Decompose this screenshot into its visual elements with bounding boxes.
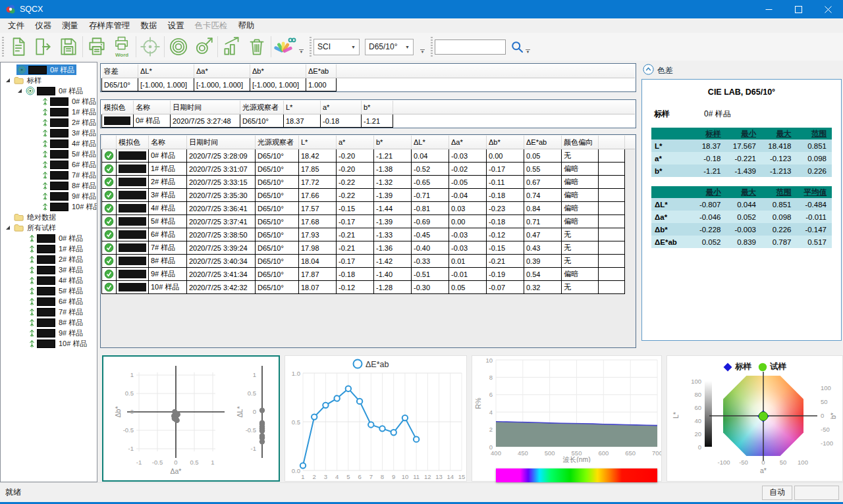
tree-item-11[interactable]: 8# 样品	[1, 180, 97, 191]
tree-item-26[interactable]: 10# 样品	[1, 338, 97, 349]
tree-item-24[interactable]: 8# 样品	[1, 317, 97, 328]
standard-row[interactable]: 0# 样品2020/7/25 3:27:48D65/10°18.37-0.18-…	[102, 114, 636, 128]
column-header[interactable]: 名称	[149, 136, 187, 149]
print-button[interactable]	[84, 34, 109, 59]
print-word-button[interactable]: Word	[109, 34, 134, 59]
delete-button[interactable]	[244, 34, 269, 59]
menu-item-file[interactable]: 文件	[3, 19, 30, 33]
toolbar-grip[interactable]	[310, 37, 312, 57]
measure-standard-button[interactable]	[166, 34, 191, 59]
tree-item-19[interactable]: 3# 样品	[1, 265, 97, 275]
tree-item-4[interactable]: 1# 样品	[1, 107, 97, 117]
tree-item-21[interactable]: 5# 样品	[1, 286, 97, 296]
sample-row-0[interactable]: 0# 样品2020/7/25 3:28:09D65/10°18.42-0.20-…	[102, 149, 636, 163]
menu-item-sample-library[interactable]: 存样库管理	[84, 19, 136, 33]
sample-row-7[interactable]: 7# 样品2020/7/25 3:39:24D65/10°17.98-0.21-…	[102, 241, 636, 255]
chart-deltae-trend-panel[interactable]: 1234567891011121314150.00.51.0ΔE*ab	[285, 355, 467, 482]
sample-cell: 偏暗	[562, 202, 599, 215]
save-button[interactable]	[56, 34, 81, 59]
tree-item-22[interactable]: 6# 样品	[1, 296, 97, 307]
menu-item-instrument[interactable]: 仪器	[30, 19, 57, 33]
tree-item-5[interactable]: 2# 样品	[1, 117, 97, 128]
tree-item-15[interactable]: 所有试样	[1, 222, 97, 233]
tree-item-2[interactable]: 0# 样品	[1, 86, 97, 96]
menu-item-measure[interactable]: 测量	[57, 19, 84, 33]
sample-row-2[interactable]: 2# 样品2020/7/25 3:33:15D65/10°17.72-0.22-…	[102, 176, 636, 189]
chart-reflectance-panel[interactable]: 0246810400450500550600650700R%波长(nm)	[472, 355, 662, 482]
menu-item-settings[interactable]: 设置	[163, 19, 190, 33]
menu-item-help[interactable]: 帮助	[233, 19, 260, 33]
tree-item-20[interactable]: 4# 样品	[1, 275, 97, 286]
column-header[interactable]: L*	[299, 136, 337, 149]
sample-cell: 17.66	[299, 189, 337, 202]
sample-row-4[interactable]: 4# 样品2020/7/25 3:36:41D65/10°17.57-0.15-…	[102, 202, 636, 215]
column-header[interactable]: ΔE*ab	[524, 136, 562, 149]
tree-item-0[interactable]: 0# 样品	[1, 64, 97, 75]
auto-mode-button[interactable]: 自动	[762, 486, 792, 500]
sample-row-9[interactable]: 9# 样品2020/7/25 3:41:34D65/10°17.87-0.18-…	[102, 268, 636, 281]
sample-row-10[interactable]: 10# 样品2020/7/25 3:42:32D65/10°18.07-0.12…	[102, 281, 636, 294]
chart-lab-gamut-panel[interactable]: 标样试样100806040200L*-100-50050100a*100500-…	[666, 355, 843, 482]
chart-scatter-panel[interactable]: -1-0.500.5110.50-0.5-1Δa*Δb*10.50-0.5-1Δ…	[102, 355, 280, 482]
export-button[interactable]	[31, 34, 56, 59]
toolbar-grip[interactable]	[2, 37, 4, 57]
measure-sample-button[interactable]	[191, 34, 216, 59]
maximize-button[interactable]	[784, 0, 813, 18]
minimize-button[interactable]	[754, 0, 784, 18]
expander-icon[interactable]	[5, 224, 11, 231]
sci-mode-select[interactable]: SCI▼	[313, 39, 360, 55]
column-header[interactable]: ΔL*	[412, 136, 449, 149]
tree-item-17[interactable]: 1# 样品	[1, 243, 97, 254]
column-header[interactable]: b*	[374, 136, 412, 149]
column-header[interactable]: 日期时间	[187, 136, 256, 149]
tree-item-12[interactable]: 9# 样品	[1, 191, 97, 201]
sample-tree: 0# 样品标样0# 样品0# 样品1# 样品2# 样品3# 样品4# 样品5# …	[0, 62, 97, 482]
column-header[interactable]: a*	[337, 136, 374, 149]
tree-item-14[interactable]: 绝对数据	[1, 212, 97, 222]
toolbar-grip[interactable]	[431, 37, 433, 57]
tree-item-3[interactable]: 0# 样品	[1, 96, 97, 107]
tree-item-18[interactable]: 2# 样品	[1, 254, 97, 265]
tree-item-13[interactable]: 10# 样品	[1, 201, 97, 212]
column-header[interactable]: 光源观察者	[256, 136, 299, 149]
tree-item-23[interactable]: 7# 样品	[1, 307, 97, 317]
illuminant-select[interactable]: D65/10°▼	[365, 39, 414, 55]
tree-item-6[interactable]: 3# 样品	[1, 128, 97, 138]
sample-row-1[interactable]: 1# 样品2020/7/25 3:31:07D65/10°17.85-0.20-…	[102, 163, 636, 176]
tree-item-25[interactable]: 9# 样品	[1, 328, 97, 338]
column-header[interactable]	[102, 136, 117, 149]
tree-item-9[interactable]: 6# 样品	[1, 159, 97, 170]
expander-icon[interactable]	[16, 88, 23, 94]
content-area: 容差ΔL*Δa*Δb*ΔE*abD65/10°[-1.000, 1.000][-…	[97, 62, 843, 482]
toolbar-overflow-button[interactable]: ▼	[299, 49, 304, 54]
color-swatch	[37, 318, 55, 327]
color-card-search-button[interactable]	[273, 34, 298, 59]
sample-row-5[interactable]: 5# 样品2020/7/25 3:37:41D65/10°17.68-0.17-…	[102, 215, 636, 228]
new-document-button[interactable]	[6, 34, 31, 59]
menu-item-data[interactable]: 数据	[136, 19, 163, 33]
close-button[interactable]	[813, 0, 843, 18]
toolbar-overflow-button[interactable]: ▼	[526, 49, 530, 54]
sample-row-3[interactable]: 3# 样品2020/7/25 3:35:30D65/10°17.66-0.22-…	[102, 189, 636, 202]
sample-row-6[interactable]: 6# 样品2020/7/25 3:38:50D65/10°17.93-0.21-…	[102, 228, 636, 241]
tree-item-10[interactable]: 7# 样品	[1, 170, 97, 180]
column-header[interactable]: Δb*	[487, 136, 524, 149]
search-input[interactable]	[435, 39, 506, 55]
column-header[interactable]	[599, 136, 625, 149]
toolbar-overflow-button[interactable]: ▼	[420, 49, 425, 54]
collapse-panel-button[interactable]	[643, 64, 654, 77]
tolerance-row[interactable]: D65/10°[-1.000, 1.000][-1.000, 1.000][-1…	[102, 78, 636, 91]
folder-icon	[14, 76, 24, 84]
tree-item-7[interactable]: 4# 样品	[1, 138, 97, 149]
expander-icon[interactable]	[5, 77, 11, 84]
tree-item-1[interactable]: 标样	[1, 75, 97, 86]
tree-item-8[interactable]: 5# 样品	[1, 149, 97, 159]
column-header[interactable]: 模拟色	[117, 136, 149, 149]
column-header[interactable]: 颜色偏向	[562, 136, 599, 149]
panel-header: 色差	[641, 62, 842, 79]
column-header[interactable]: Δa*	[449, 136, 487, 149]
search-icon[interactable]	[510, 39, 524, 54]
sample-row-8[interactable]: 8# 样品2020/7/25 3:40:34D65/10°18.04-0.17-…	[102, 255, 636, 268]
statistics-button[interactable]	[219, 34, 244, 59]
tree-item-16[interactable]: 0# 样品	[1, 233, 97, 243]
